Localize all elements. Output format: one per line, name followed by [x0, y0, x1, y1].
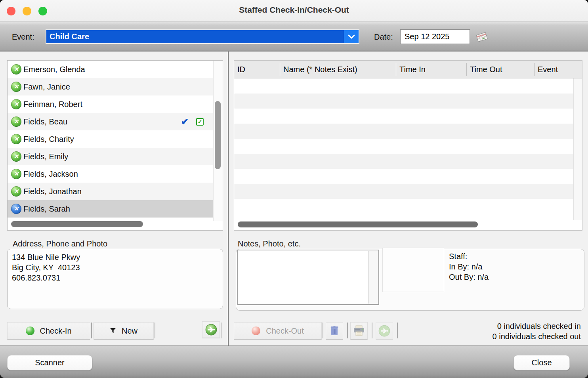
date-input[interactable]: Sep 12 2025 — [400, 29, 470, 44]
chevron-down-icon[interactable] — [344, 30, 359, 43]
table-vertical-scrollbar[interactable] — [573, 78, 582, 220]
scanner-button[interactable]: Scanner — [7, 355, 92, 370]
print-icon-button[interactable] — [350, 322, 368, 340]
list-item-name: Feinman, Robert — [23, 100, 82, 109]
new-button[interactable]: New — [94, 322, 154, 340]
button-separator — [347, 323, 348, 338]
notes-textarea[interactable] — [237, 250, 379, 305]
list-item[interactable]: ✕ Fields, Emily — [8, 148, 213, 165]
list-item[interactable]: ✕ Feinman, Robert — [8, 95, 213, 113]
list-item[interactable]: ✕ Fields, Jonathan — [8, 183, 213, 200]
button-separator — [155, 323, 155, 338]
list-item[interactable]: ✕ Fields, Beau ✔ ✓ — [8, 113, 213, 130]
list-item-name: Fields, Jonathan — [23, 187, 82, 196]
column-header-time-out[interactable]: Time Out — [466, 63, 534, 76]
status-x-icon: ✕ — [11, 169, 21, 179]
address-panel: 134 Blue Nile Pkwy Big City, KY 40123 60… — [7, 249, 223, 309]
address-phone: 606.823.0731 — [12, 273, 223, 283]
status-x-icon: ✕ — [11, 82, 21, 92]
title-bar: Staffed Check-In/Check-Out — [0, 0, 588, 22]
list-item-selected[interactable]: ✕ Fields, Sarah — [8, 200, 213, 218]
status-x-icon: ✕ — [11, 186, 21, 197]
checked-out-count: 0 individuals checked out — [414, 331, 581, 342]
button-separator — [397, 323, 398, 338]
list-item[interactable]: ✕ Fields, Charity — [8, 130, 213, 148]
checked-in-count: 0 individuals checked in — [414, 321, 581, 331]
event-label: Event: — [12, 32, 34, 42]
column-header-event[interactable]: Event — [534, 63, 582, 76]
status-x-icon: ✕ — [11, 151, 21, 162]
close-button[interactable]: Close — [514, 355, 570, 370]
staff-heading: Staff: — [449, 251, 489, 262]
button-separator — [372, 323, 372, 338]
new-label: New — [122, 326, 137, 336]
table-row — [234, 78, 573, 94]
table-row — [234, 94, 573, 109]
check-in-button[interactable]: Check-In — [7, 322, 90, 340]
table-body — [234, 78, 573, 214]
table-row — [234, 124, 573, 139]
column-header-id[interactable]: ID — [234, 63, 280, 76]
list-item-name: Fawn, Janice — [23, 82, 70, 92]
list-item-name: Fields, Jackson — [23, 170, 78, 179]
status-x-icon: ✕ — [11, 116, 21, 127]
check-in-label: Check-In — [40, 326, 71, 336]
table-row — [234, 199, 573, 214]
move-to-checkout-arrow-button-disabled[interactable] — [376, 322, 393, 340]
event-select[interactable]: Child Care — [46, 29, 359, 44]
column-header-time-in[interactable]: Time In — [396, 63, 466, 76]
status-x-icon: ✕ — [11, 134, 21, 144]
list-item-name: Fields, Sarah — [23, 204, 70, 214]
list-item[interactable]: ✕ Emerson, Glenda — [8, 61, 213, 78]
notes-section-label: Notes, Photo, etc. — [238, 239, 301, 248]
list-item-name: Fields, Beau — [23, 117, 67, 126]
table-row — [234, 184, 573, 199]
list-item[interactable]: ✕ Fields, Jackson — [8, 165, 213, 183]
red-ball-icon — [252, 326, 260, 335]
checked-in-check-icon: ✔ — [181, 116, 189, 127]
button-separator — [323, 323, 323, 338]
roster-rows: ✕ Emerson, Glenda ✕ Fawn, Janice ✕ Feinm… — [8, 61, 213, 218]
table-row — [234, 154, 573, 169]
roster-horizontal-scrollbar-thumb[interactable] — [11, 221, 143, 227]
panel-divider — [228, 52, 229, 346]
staff-in-by: In By: n/a — [449, 262, 489, 272]
status-x-icon: ✕ — [11, 99, 21, 109]
checked-in-checkbox-icon: ✓ — [196, 118, 204, 126]
column-header-name[interactable]: Name (* Notes Exist) — [280, 63, 396, 76]
address-city: Big City, KY 40123 — [12, 262, 223, 273]
roster-vertical-scrollbar-thumb[interactable] — [215, 101, 221, 169]
staffed-checkin-window: Staffed Check-In/Check-Out Event: Child … — [0, 0, 588, 378]
status-x-icon: ✕ — [11, 64, 21, 74]
table-header: ID Name (* Notes Exist) Time In Time Out… — [234, 61, 582, 78]
table-row — [234, 169, 573, 184]
date-label: Date: — [374, 32, 393, 42]
staff-info: Staff: In By: n/a Out By: n/a — [449, 251, 489, 282]
calendar-picker-icon[interactable] — [475, 30, 489, 44]
button-separator — [91, 323, 92, 338]
list-item[interactable]: ✕ Fawn, Janice — [8, 78, 213, 95]
event-selected-value: Child Care — [46, 32, 344, 41]
table-horizontal-scrollbar-thumb[interactable] — [238, 221, 478, 227]
table-row — [234, 139, 573, 154]
window-title: Staffed Check-In/Check-Out — [0, 5, 588, 15]
list-item-name: Emerson, Glenda — [23, 65, 85, 74]
photo-placeholder — [382, 248, 444, 292]
close-label: Close — [531, 358, 552, 367]
green-ball-icon — [26, 326, 34, 335]
check-counts: 0 individuals checked in 0 individuals c… — [414, 321, 581, 342]
notes-scrollbar[interactable] — [368, 251, 378, 304]
list-item-name: Fields, Emily — [23, 152, 68, 161]
filter-funnel-icon — [110, 326, 116, 336]
status-x-icon: ✕ — [11, 204, 21, 214]
check-out-button[interactable]: Check-Out — [234, 322, 322, 340]
table-row — [234, 109, 573, 124]
check-out-label: Check-Out — [266, 326, 304, 336]
button-separator — [221, 323, 221, 338]
move-to-checkin-arrow-button[interactable] — [202, 321, 220, 338]
scanner-label: Scanner — [35, 358, 65, 367]
address-section-label: Address, Phone and Photo — [13, 239, 107, 248]
address-street: 134 Blue Nile Pkwy — [12, 252, 223, 262]
staff-out-by: Out By: n/a — [449, 272, 489, 282]
delete-trash-icon-button[interactable] — [326, 322, 343, 340]
